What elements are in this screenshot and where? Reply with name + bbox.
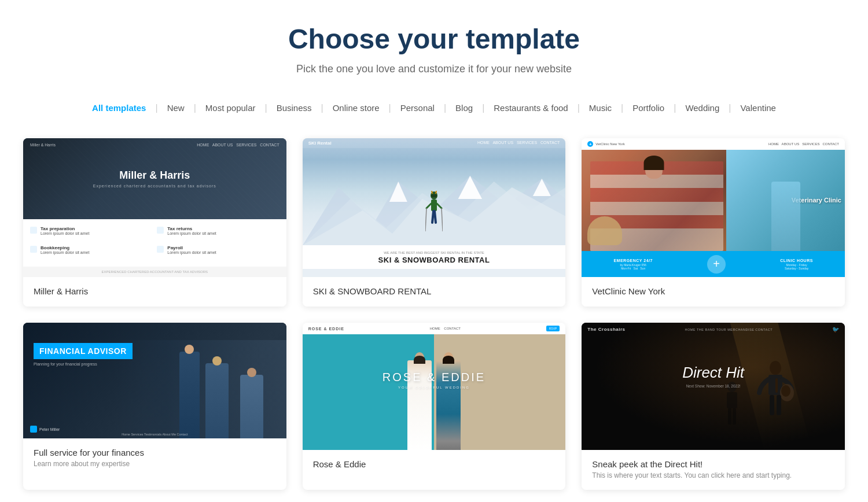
card6-social-icon: 🐦 — [832, 326, 839, 333]
tab-personal[interactable]: Personal — [391, 98, 444, 117]
card1-service-4-text: Lorem ipsum dolor sit amet — [167, 250, 216, 254]
tab-most-popular[interactable]: Most popular — [196, 98, 265, 117]
template-name-financial: Full service for your finances — [34, 448, 276, 457]
card6-hero-date: Next Show: November 18, 2022! — [682, 384, 744, 388]
tab-blog[interactable]: Blog — [446, 98, 482, 117]
card3-plus-nav: + — [587, 141, 593, 147]
page-container: Choose your template Pick the one you lo… — [0, 0, 868, 502]
page-subtitle: Pick the one you love and customize it f… — [23, 63, 845, 75]
card1-service-3-text: Lorem ipsum dolor sit amet — [41, 250, 89, 254]
template-card-financial-advisor[interactable]: FINANCIAL ADVISOR Planning for your fina… — [23, 323, 286, 490]
template-info-direct-hit: Sneak peek at the Direct Hit! This is wh… — [582, 450, 845, 490]
template-name-direct-hit: Sneak peek at the Direct Hit! — [592, 459, 834, 469]
card3-nav-brand: VetClinic New York — [595, 142, 624, 146]
page-title: Choose your template — [23, 23, 845, 55]
page-header: Choose your template Pick the one you lo… — [23, 23, 845, 75]
template-name-vet: VetClinic New York — [592, 286, 834, 296]
svg-line-11 — [425, 208, 426, 231]
card1-footer: EXPERIENCED CHARTERED ACCOUNTANT AND TAX… — [23, 267, 286, 277]
svg-rect-8 — [431, 200, 437, 211]
svg-line-12 — [442, 208, 443, 231]
card1-service-3: Bookkeeping — [41, 245, 89, 250]
svg-line-14 — [435, 211, 436, 223]
svg-rect-26 — [728, 408, 731, 425]
svg-point-17 — [770, 361, 781, 375]
card5-nav-links: HOME CONTACT — [430, 327, 461, 330]
template-name-rose-eddie: Rose & Eddie — [313, 459, 556, 469]
template-info: Miller & Harris — [23, 277, 286, 307]
card1-service-1: Tax preparation — [41, 226, 89, 231]
svg-rect-21 — [775, 378, 778, 393]
tab-all-templates[interactable]: All templates — [83, 98, 155, 117]
card1-service-2: Tax returns — [167, 226, 216, 231]
template-card-direct-hit[interactable]: The Crosshairs HOME THE BAND TOUR MERCHA… — [582, 323, 845, 490]
svg-line-9 — [426, 204, 431, 208]
card6-band-name: The Crosshairs — [587, 327, 625, 332]
tab-online-store[interactable]: Online store — [323, 98, 389, 117]
template-name: Miller & Harris — [34, 286, 276, 296]
card6-hero-title: Direct Hit — [682, 364, 744, 382]
card2-tagline: WE ARE THE BEST AND BIGGEST SKI RENTAL I… — [310, 251, 559, 254]
card2-nav-brand: SKI Rental — [308, 141, 332, 146]
card3-phone: by Maria Kruger 056Mon-Fri Sat Sun — [613, 263, 653, 270]
template-card-rose-eddie[interactable]: ROSE & EDDIE HOME CONTACT RSVP — [303, 323, 566, 490]
card4-hero-badge: FINANCIAL ADVISOR — [34, 343, 133, 359]
template-info-ski: SKI & SNOWBOARD RENTAL — [303, 277, 566, 307]
card2-nav-links: HOME ABOUT US SERVICES CONTACT — [477, 141, 560, 146]
tab-valentine[interactable]: Valentine — [731, 98, 785, 117]
card3-nav-links: HOME ABOUT US SERVICES CONTACT — [768, 142, 839, 146]
svg-rect-23 — [777, 395, 781, 415]
template-preview: Miller & Harris HOME ABOUT US SERVICES C… — [23, 138, 286, 277]
card1-service-4: Payroll — [167, 245, 216, 250]
svg-rect-27 — [733, 408, 736, 425]
svg-point-20 — [781, 385, 790, 397]
tab-new[interactable]: New — [158, 98, 194, 117]
card3-emergency-label: EMERGENCY 24/7 — [613, 259, 653, 263]
template-card-miller-harris[interactable]: Miller & Harris HOME ABOUT US SERVICES C… — [23, 138, 286, 307]
template-info-rose-eddie: Rose & Eddie — [303, 450, 566, 479]
card5-nav-brand: ROSE & EDDIE — [308, 327, 344, 331]
template-desc-direct-hit: This is where your text starts. You can … — [592, 471, 834, 479]
svg-line-13 — [432, 211, 433, 223]
card2-title: SKI & SNOWBOARD RENTAL — [310, 256, 559, 264]
svg-rect-7 — [431, 194, 437, 197]
card6-nav-links: HOME THE BAND TOUR MERCHANDISE CONTACT — [685, 328, 773, 331]
templates-grid: Miller & Harris HOME ABOUT US SERVICES C… — [23, 138, 845, 490]
template-name-ski: SKI & SNOWBOARD RENTAL — [313, 286, 556, 296]
card1-service-2-text: Lorem ipsum dolor sit amet — [167, 231, 216, 235]
tab-music[interactable]: Music — [580, 98, 621, 117]
template-info-vet: VetClinic New York — [582, 277, 845, 307]
svg-rect-25 — [727, 392, 737, 408]
card3-hours-label: CLINIC HOURS — [780, 259, 813, 263]
card1-site-subtitle: Experienced chartered accountants and ta… — [93, 184, 216, 188]
card3-plus-large: + — [707, 255, 726, 274]
card3-hours-text: Monday - FridaySaturday - Sunday — [780, 263, 813, 270]
category-nav: All templates | New | Most popular | Bus… — [23, 98, 845, 117]
tab-restaurants[interactable]: Restaurants & food — [484, 98, 577, 117]
card1-service-1-text: Lorem ipsum dolor sit amet — [41, 231, 89, 235]
card1-nav-links: HOME ABOUT US SERVICES CONTACT — [197, 143, 279, 147]
template-card-ski-rental[interactable]: SKI Rental HOME ABOUT US SERVICES CONTAC… — [303, 138, 566, 307]
card5-nav-rsvp: RSVP — [546, 326, 560, 331]
template-desc-financial: Learn more about my expertise — [34, 460, 276, 468]
template-card-vet-clinic[interactable]: + VetClinic New York HOME ABOUT US SERVI… — [582, 138, 845, 307]
card1-nav-brand: Miller & Harris — [30, 143, 56, 147]
tab-business[interactable]: Business — [267, 98, 321, 117]
card4-nav: Home Services Testimonials About Me Cont… — [122, 433, 187, 436]
tab-wedding[interactable]: Wedding — [676, 98, 729, 117]
card4-tagline: Planning for your financial progress — [34, 362, 133, 366]
svg-line-10 — [437, 204, 442, 208]
template-info-financial: Full service for your finances Learn mor… — [23, 438, 286, 478]
card1-site-title: Miller & Harris — [119, 169, 190, 182]
svg-rect-22 — [770, 395, 774, 415]
tab-portfolio[interactable]: Portfolio — [623, 98, 674, 117]
